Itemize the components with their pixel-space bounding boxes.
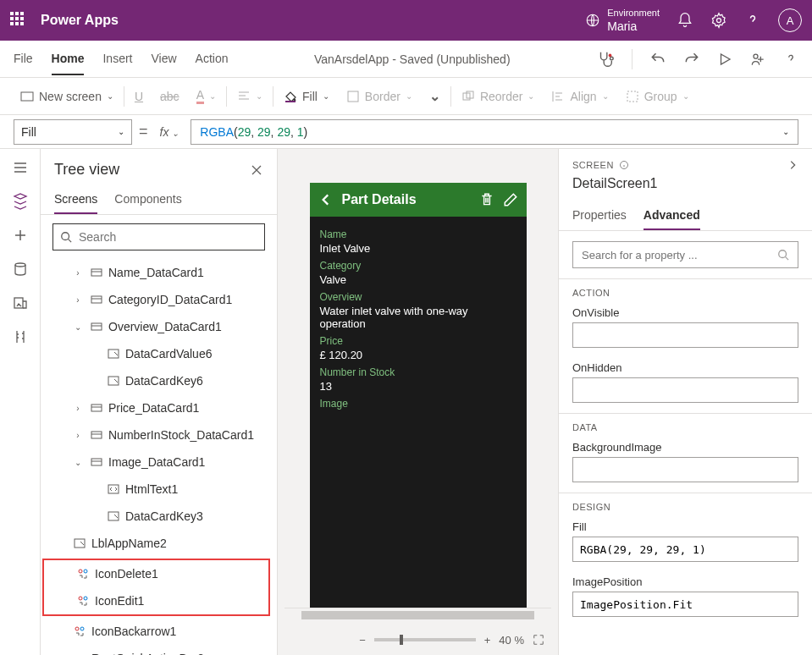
section-header: DATA bbox=[559, 413, 812, 438]
reorder-icon bbox=[461, 90, 475, 103]
card-icon bbox=[90, 455, 103, 469]
share-icon[interactable] bbox=[749, 51, 766, 68]
info-icon[interactable] bbox=[619, 160, 629, 170]
tree-item[interactable]: ⌄Overview_DataCard1 bbox=[41, 313, 277, 340]
tree-item[interactable]: ›Name_DataCard1 bbox=[41, 259, 277, 286]
svg-point-30 bbox=[80, 627, 84, 630]
card-icon bbox=[90, 401, 103, 415]
property-selector[interactable]: Fill⌄ bbox=[14, 119, 132, 145]
tree-item[interactable]: ⌄Image_DataCard1 bbox=[41, 449, 277, 476]
hamburger-icon[interactable] bbox=[12, 159, 29, 176]
tree-item[interactable]: ›Price_DataCard1 bbox=[41, 394, 277, 421]
tree-item[interactable]: DataCardKey6 bbox=[41, 367, 277, 394]
field-label: Price bbox=[320, 335, 516, 347]
fill-button[interactable]: Fill⌄ bbox=[277, 86, 336, 107]
doc-title: VanArsdelApp - Saved (Unpublished) bbox=[229, 52, 597, 66]
tree-item[interactable]: LblAppName2 bbox=[41, 530, 277, 557]
tab-properties[interactable]: Properties bbox=[572, 201, 627, 230]
tree-search-input[interactable] bbox=[79, 230, 257, 244]
trash-icon[interactable] bbox=[479, 192, 494, 207]
phone-preview[interactable]: Part Details NameInlet ValveCategoryValv… bbox=[310, 183, 527, 608]
svg-point-27 bbox=[79, 597, 82, 600]
tree-item[interactable]: IconBackarrow1 bbox=[41, 618, 277, 645]
group-icon bbox=[626, 90, 639, 103]
svg-rect-15 bbox=[91, 296, 102, 303]
props-search[interactable] bbox=[572, 241, 798, 268]
formula-input[interactable]: RGBA(29, 29, 29, 1) ⌄ bbox=[191, 119, 798, 145]
phone-title: Part Details bbox=[342, 192, 471, 207]
help2-icon[interactable] bbox=[783, 52, 798, 67]
prop-input[interactable] bbox=[572, 592, 798, 617]
bell-icon[interactable] bbox=[677, 12, 693, 29]
align-button: Align⌄ bbox=[544, 86, 615, 107]
section-header: ACTION bbox=[559, 278, 812, 303]
fit-icon[interactable] bbox=[533, 634, 544, 646]
svg-point-11 bbox=[15, 263, 25, 267]
tools-icon[interactable] bbox=[12, 328, 29, 345]
avatar[interactable]: A bbox=[778, 8, 802, 32]
play-icon[interactable] bbox=[717, 52, 732, 67]
prop-label: BackgroundImage bbox=[572, 441, 798, 454]
svg-point-13 bbox=[62, 233, 69, 240]
tree-item[interactable]: RectQuickActionBar2 bbox=[41, 645, 277, 655]
zoom-out[interactable]: − bbox=[359, 634, 366, 647]
close-icon[interactable] bbox=[250, 163, 263, 177]
tree-item[interactable]: DataCardKey3 bbox=[41, 503, 277, 530]
tree-item[interactable]: ›CategoryID_DataCard1 bbox=[41, 286, 277, 313]
menu-tab-home[interactable]: Home bbox=[52, 43, 85, 75]
zoom-slider[interactable] bbox=[374, 638, 476, 641]
data-icon[interactable] bbox=[12, 261, 29, 278]
help-icon[interactable] bbox=[744, 12, 761, 29]
menu-tab-file[interactable]: File bbox=[14, 43, 33, 75]
edit-icon bbox=[73, 537, 86, 550]
props-search-input[interactable] bbox=[582, 249, 777, 261]
tree-icon[interactable] bbox=[12, 193, 29, 210]
menu-tab-view[interactable]: View bbox=[151, 43, 176, 75]
back-icon[interactable] bbox=[318, 192, 334, 207]
globe-icon bbox=[585, 13, 600, 28]
stethoscope-icon[interactable] bbox=[596, 50, 615, 69]
plus-icon[interactable] bbox=[12, 227, 29, 244]
new-screen-button[interactable]: New screen⌄ bbox=[14, 86, 120, 107]
edit-icon bbox=[107, 509, 120, 523]
search-icon bbox=[60, 231, 72, 243]
env-label: Environment bbox=[607, 8, 660, 19]
tree-item[interactable]: HtmlText1 bbox=[41, 476, 277, 503]
chevron-right-icon[interactable] bbox=[787, 159, 798, 171]
align-icon bbox=[551, 90, 565, 103]
tree-item[interactable]: DataCardValue6 bbox=[41, 340, 277, 367]
redo-icon[interactable] bbox=[683, 51, 700, 68]
canvas-scrollbar[interactable] bbox=[284, 608, 551, 621]
media-icon[interactable] bbox=[12, 294, 29, 311]
prop-input[interactable] bbox=[572, 322, 798, 348]
menu-tab-insert[interactable]: Insert bbox=[102, 43, 132, 75]
fx-label: fx ⌄ bbox=[155, 125, 185, 139]
alignleft-button: ⌄ bbox=[230, 86, 269, 107]
field-value: 13 bbox=[320, 380, 516, 393]
tree-item[interactable]: IconDelete1 bbox=[44, 560, 268, 587]
waffle-icon[interactable] bbox=[10, 12, 27, 29]
gear-icon[interactable] bbox=[710, 12, 727, 29]
tree-item[interactable]: ›NumberInStock_DataCard1 bbox=[41, 421, 277, 449]
prop-input[interactable] bbox=[572, 537, 798, 562]
tree-item[interactable]: IconEdit1 bbox=[44, 587, 268, 614]
tree-search[interactable] bbox=[52, 223, 265, 250]
field-value: Valve bbox=[320, 273, 516, 286]
prop-input[interactable] bbox=[572, 457, 798, 482]
pencil-icon[interactable] bbox=[503, 192, 518, 207]
field-label: Image bbox=[320, 398, 516, 410]
zoom-in[interactable]: + bbox=[484, 634, 491, 647]
prop-label: Fill bbox=[572, 520, 798, 533]
svg-point-28 bbox=[84, 597, 87, 600]
tab-screens[interactable]: Screens bbox=[54, 185, 97, 214]
tab-advanced[interactable]: Advanced bbox=[644, 201, 700, 230]
expand-ribbon[interactable]: ⌄ bbox=[423, 85, 447, 107]
brand-label: Power Apps bbox=[41, 13, 585, 28]
environment-picker[interactable]: Environment Maria bbox=[585, 8, 660, 32]
undo-icon[interactable] bbox=[649, 51, 666, 68]
menu-tab-action[interactable]: Action bbox=[196, 43, 229, 75]
search-icon bbox=[777, 249, 789, 261]
field-label: Name bbox=[320, 228, 516, 240]
tab-components[interactable]: Components bbox=[114, 185, 181, 214]
prop-input[interactable] bbox=[572, 377, 798, 403]
